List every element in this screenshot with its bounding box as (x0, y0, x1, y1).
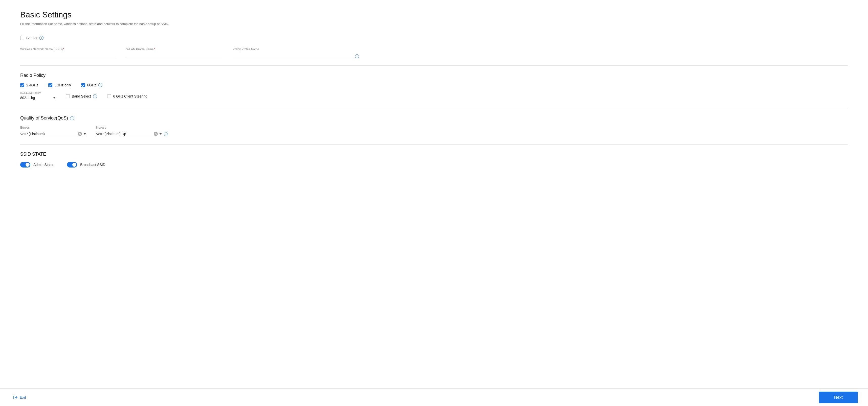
band-select-item: Band Select i (66, 94, 97, 98)
checkbox-24ghz[interactable] (20, 83, 24, 87)
ssid-input[interactable] (20, 52, 116, 58)
qos-info-icon[interactable]: i (70, 116, 74, 120)
radio-item-6ghz: 6GHz i (81, 83, 102, 87)
admin-status-label: Admin Status (33, 163, 54, 167)
ingress-chevron-icon (159, 133, 162, 135)
divider-1 (20, 65, 848, 66)
ingress-dropdown[interactable]: VoIP (Platinum) Up (96, 131, 162, 137)
ssid-field-group: Wireless Network Name (SSID) (20, 47, 116, 58)
sensor-checkbox[interactable] (20, 36, 24, 40)
radio-policy-section: Radio Policy 2.4GHz 5GHz only 6GHz i (20, 73, 848, 101)
policy-info-icon[interactable]: i (355, 54, 359, 58)
6ghz-steering-label: 6 GHz Client Steering (113, 94, 147, 98)
admin-status-item: Admin Status (20, 162, 54, 168)
ssid-state-title: SSID STATE (20, 151, 848, 157)
radio-checkboxes-row: 2.4GHz 5GHz only 6GHz i (20, 83, 848, 87)
radio-policy-title: Radio Policy (20, 73, 848, 78)
page-subtitle: Fill the information like name, wireless… (20, 22, 848, 26)
divider-2 (20, 108, 848, 108)
egress-chevron-icon (84, 133, 86, 135)
egress-dropdown[interactable]: VoIP (Platinum) (20, 131, 86, 137)
egress-clear-btn[interactable] (78, 132, 82, 136)
exit-icon (13, 395, 18, 400)
egress-value: VoIP (Platinum) (20, 132, 76, 136)
sensor-info-icon[interactable]: i (39, 36, 43, 40)
qos-title: Quality of Service(QoS) (20, 115, 68, 121)
band-select-label: Band Select (72, 94, 91, 98)
sensor-row: Sensor i (20, 36, 848, 40)
qos-title-row: Quality of Service(QoS) i (20, 115, 848, 121)
wlan-label: WLAN Profile Name (126, 47, 222, 51)
egress-label: Egress (20, 126, 86, 129)
next-button[interactable]: Next (819, 392, 858, 403)
checkbox-5ghz[interactable] (48, 83, 52, 87)
ssid-state-row: Admin Status Broadcast SSID (20, 162, 848, 168)
radio-item-24ghz: 2.4GHz (20, 83, 38, 87)
label-5ghz: 5GHz only (54, 83, 71, 87)
6ghz-info-icon[interactable]: i (98, 83, 102, 87)
6ghz-steering-item: 6 GHz Client Steering (107, 94, 147, 98)
broadcast-ssid-item: Broadcast SSID (67, 162, 105, 168)
6ghz-steering-checkbox[interactable] (107, 94, 111, 98)
broadcast-ssid-toggle[interactable] (67, 162, 77, 168)
label-6ghz: 6GHz (87, 83, 96, 87)
form-fields-row: Wireless Network Name (SSID) WLAN Profil… (20, 47, 848, 58)
ingress-clear-btn[interactable] (154, 132, 158, 136)
policy-field-group: Policy Profile Name i (232, 47, 359, 58)
broadcast-ssid-label: Broadcast SSID (80, 163, 105, 167)
8021bg-dropdown-group: 802.11b/g Policy 802.11bg (20, 91, 56, 101)
policy-dropdown-row: 802.11b/g Policy 802.11bg Band Select i … (20, 91, 848, 101)
8021bg-sublabel: 802.11b/g Policy (20, 91, 56, 94)
page-footer: Exit Next (0, 388, 868, 406)
ingress-info-icon[interactable]: i (164, 132, 168, 136)
label-24ghz: 2.4GHz (26, 83, 38, 87)
checkbox-6ghz[interactable] (81, 83, 85, 87)
page-title: Basic Settings (20, 10, 848, 20)
ingress-row: VoIP (Platinum) Up i (96, 131, 168, 137)
band-select-checkbox[interactable] (66, 94, 70, 98)
radio-item-5ghz: 5GHz only (48, 83, 71, 87)
ssid-state-section: SSID STATE Admin Status Broadcast SSID (20, 151, 848, 168)
exit-label: Exit (20, 395, 26, 399)
ingress-group: Ingress VoIP (Platinum) Up i (96, 126, 168, 137)
ssid-label: Wireless Network Name (SSID) (20, 47, 116, 51)
chevron-down-icon (53, 97, 56, 99)
8021bg-dropdown[interactable]: 802.11bg (20, 95, 56, 101)
exit-button[interactable]: Exit (10, 393, 29, 402)
sensor-label: Sensor (26, 36, 37, 40)
8021bg-value: 802.11bg (20, 96, 52, 100)
band-select-info-icon[interactable]: i (93, 94, 97, 98)
policy-label: Policy Profile Name (232, 47, 359, 51)
wlan-field-group: WLAN Profile Name (126, 47, 222, 58)
wlan-input[interactable] (126, 52, 222, 58)
qos-section: Quality of Service(QoS) i Egress VoIP (P… (20, 115, 848, 137)
policy-input[interactable] (232, 52, 353, 58)
ingress-value: VoIP (Platinum) Up (96, 132, 152, 136)
qos-row: Egress VoIP (Platinum) Ingress VoIP (Pla… (20, 126, 848, 137)
page-wrapper: Basic Settings Fill the information like… (0, 0, 868, 406)
ingress-label: Ingress (96, 126, 168, 129)
egress-group: Egress VoIP (Platinum) (20, 126, 86, 137)
admin-status-toggle[interactable] (20, 162, 30, 168)
radio-policy-options: 2.4GHz 5GHz only 6GHz i 802.11b/g Policy (20, 83, 848, 101)
policy-profile-row: i (232, 52, 359, 58)
